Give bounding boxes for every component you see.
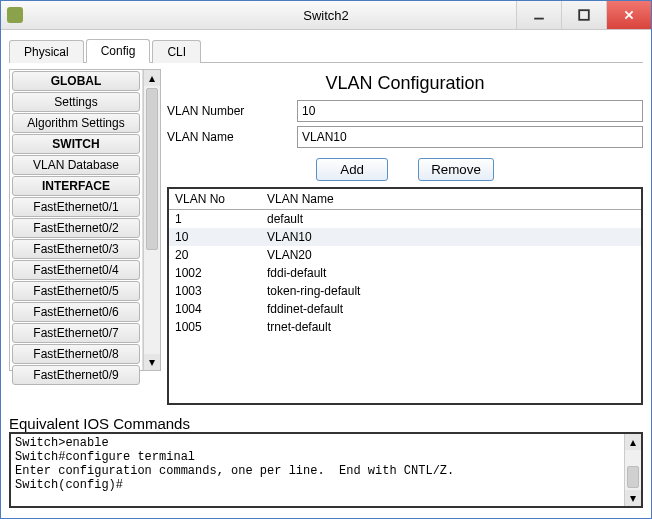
ios-scrollbar[interactable]: ▴ ▾: [624, 434, 641, 506]
cell-vlan-name: fddi-default: [261, 264, 641, 282]
tab-physical[interactable]: Physical: [9, 40, 84, 63]
vlan-button-row: Add Remove: [167, 158, 643, 181]
sidebar-item-interface[interactable]: FastEthernet0/4: [12, 260, 140, 280]
page-title: VLAN Configuration: [167, 73, 643, 94]
tab-config[interactable]: Config: [86, 39, 151, 63]
vlan-number-label: VLAN Number: [167, 104, 297, 118]
scroll-up-icon[interactable]: ▴: [625, 434, 641, 450]
sidebar-item-interface[interactable]: FastEthernet0/8: [12, 344, 140, 364]
sidebar-item-vlan-database[interactable]: VLAN Database: [12, 155, 140, 175]
remove-button[interactable]: Remove: [418, 158, 494, 181]
cell-vlan-name: default: [261, 210, 641, 229]
table-row[interactable]: 1005trnet-default: [169, 318, 641, 336]
cell-vlan-no: 1003: [169, 282, 261, 300]
add-button[interactable]: Add: [316, 158, 388, 181]
sidebar-item-interface[interactable]: FastEthernet0/6: [12, 302, 140, 322]
table-row[interactable]: 1003token-ring-default: [169, 282, 641, 300]
sidebar-header-global: GLOBAL: [12, 71, 140, 91]
vlan-config-pane: VLAN Configuration VLAN Number VLAN Name…: [167, 69, 643, 405]
content-area: Physical Config CLI GLOBALSettingsAlgori…: [1, 30, 651, 518]
vlan-table-box: VLAN No VLAN Name 1default10VLAN1020VLAN…: [167, 187, 643, 405]
cell-vlan-no: 1: [169, 210, 261, 229]
table-row[interactable]: 1002fddi-default: [169, 264, 641, 282]
vlan-table: VLAN No VLAN Name 1default10VLAN1020VLAN…: [169, 189, 641, 336]
sidebar-item-algorithm-settings[interactable]: Algorithm Settings: [12, 113, 140, 133]
scroll-down-icon[interactable]: ▾: [625, 490, 641, 506]
scroll-thumb[interactable]: [627, 466, 639, 488]
vlan-number-input[interactable]: [297, 100, 643, 122]
sidebar-item-interface[interactable]: FastEthernet0/2: [12, 218, 140, 238]
sidebar-item-settings[interactable]: Settings: [12, 92, 140, 112]
cell-vlan-name: VLAN10: [261, 228, 641, 246]
ios-commands-wrap: ▴ ▾: [9, 432, 643, 508]
cell-vlan-name: VLAN20: [261, 246, 641, 264]
table-row[interactable]: 1default: [169, 210, 641, 229]
app-window: Switch2 Physical Config CLI GLOBALSettin…: [0, 0, 652, 519]
sidebar-item-interface[interactable]: FastEthernet0/5: [12, 281, 140, 301]
scroll-thumb[interactable]: [146, 88, 158, 250]
sidebar-item-interface[interactable]: FastEthernet0/7: [12, 323, 140, 343]
window-title: Switch2: [1, 8, 651, 23]
cell-vlan-no: 10: [169, 228, 261, 246]
scroll-down-icon[interactable]: ▾: [144, 354, 160, 370]
vlan-number-row: VLAN Number: [167, 100, 643, 122]
tab-bar: Physical Config CLI: [9, 36, 643, 63]
main-row: GLOBALSettingsAlgorithm SettingsSWITCHVL…: [9, 69, 643, 405]
cell-vlan-name: fddinet-default: [261, 300, 641, 318]
vlan-name-input[interactable]: [297, 126, 643, 148]
cell-vlan-no: 20: [169, 246, 261, 264]
vlan-name-label: VLAN Name: [167, 130, 297, 144]
sidebar-item-interface[interactable]: FastEthernet0/9: [12, 365, 140, 385]
table-row[interactable]: 20VLAN20: [169, 246, 641, 264]
cell-vlan-name: token-ring-default: [261, 282, 641, 300]
table-row[interactable]: 1004fddinet-default: [169, 300, 641, 318]
vlan-name-row: VLAN Name: [167, 126, 643, 148]
ios-commands-label: Equivalent IOS Commands: [9, 415, 643, 432]
cell-vlan-no: 1005: [169, 318, 261, 336]
tab-cli[interactable]: CLI: [152, 40, 201, 63]
sidebar: GLOBALSettingsAlgorithm SettingsSWITCHVL…: [10, 70, 143, 370]
sidebar-scrollbar[interactable]: ▴ ▾: [143, 70, 160, 370]
sidebar-header-interface: INTERFACE: [12, 176, 140, 196]
scroll-up-icon[interactable]: ▴: [144, 70, 160, 86]
sidebar-item-interface[interactable]: FastEthernet0/1: [12, 197, 140, 217]
ios-commands-output[interactable]: [11, 434, 624, 506]
cell-vlan-name: trnet-default: [261, 318, 641, 336]
col-vlan-name[interactable]: VLAN Name: [261, 189, 641, 210]
table-row[interactable]: 10VLAN10: [169, 228, 641, 246]
sidebar-wrap: GLOBALSettingsAlgorithm SettingsSWITCHVL…: [9, 69, 161, 371]
cell-vlan-no: 1004: [169, 300, 261, 318]
col-vlan-no[interactable]: VLAN No: [169, 189, 261, 210]
sidebar-item-interface[interactable]: FastEthernet0/3: [12, 239, 140, 259]
cell-vlan-no: 1002: [169, 264, 261, 282]
sidebar-header-switch: SWITCH: [12, 134, 140, 154]
titlebar: Switch2: [1, 1, 651, 30]
